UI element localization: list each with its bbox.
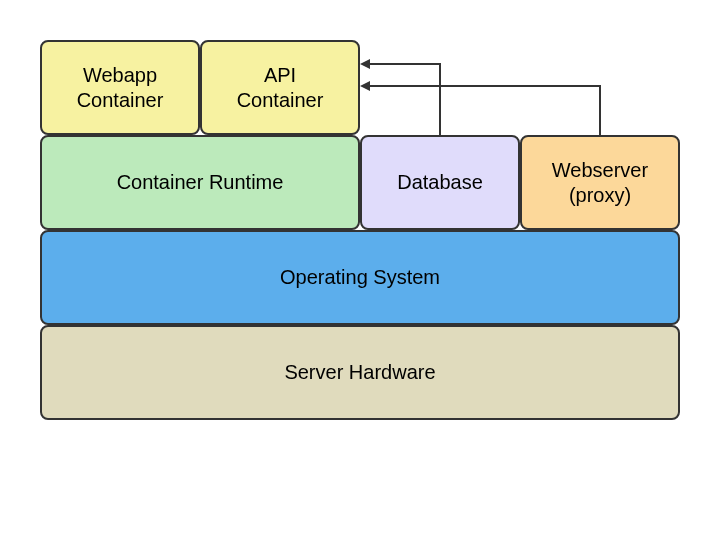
- database-box: Database: [360, 135, 520, 230]
- arrow-database-to-api: [362, 64, 440, 135]
- api-container-label: APIContainer: [237, 63, 324, 113]
- arrow-webserver-to-api: [362, 86, 600, 135]
- operating-system-box: Operating System: [40, 230, 680, 325]
- operating-system-label: Operating System: [280, 265, 440, 290]
- webserver-box: Webserver(proxy): [520, 135, 680, 230]
- server-hardware-label: Server Hardware: [284, 360, 435, 385]
- api-container-box: APIContainer: [200, 40, 360, 135]
- database-label: Database: [397, 170, 483, 195]
- container-runtime-box: Container Runtime: [40, 135, 360, 230]
- server-hardware-box: Server Hardware: [40, 325, 680, 420]
- webserver-label: Webserver(proxy): [552, 158, 648, 208]
- webapp-container-box: WebappContainer: [40, 40, 200, 135]
- webapp-container-label: WebappContainer: [77, 63, 164, 113]
- container-runtime-label: Container Runtime: [117, 170, 284, 195]
